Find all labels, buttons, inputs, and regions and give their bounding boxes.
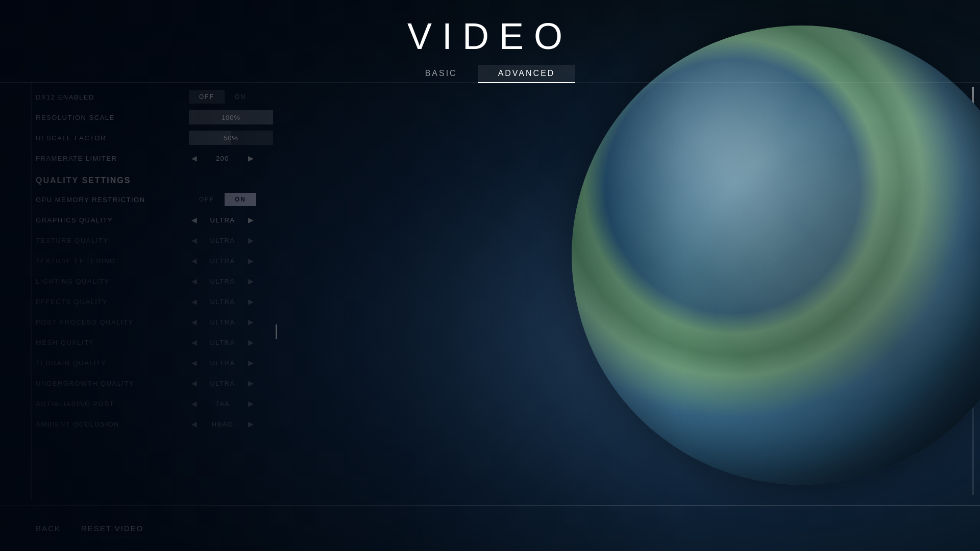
page-title: VIDEO (407, 15, 573, 57)
tab-advanced[interactable]: ADVANCED (478, 65, 576, 83)
tab-basic[interactable]: BASIC (405, 65, 478, 83)
tab-bar: BASIC ADVANCED (0, 65, 980, 83)
main-content: VIDEO BASIC ADVANCED (0, 0, 980, 551)
